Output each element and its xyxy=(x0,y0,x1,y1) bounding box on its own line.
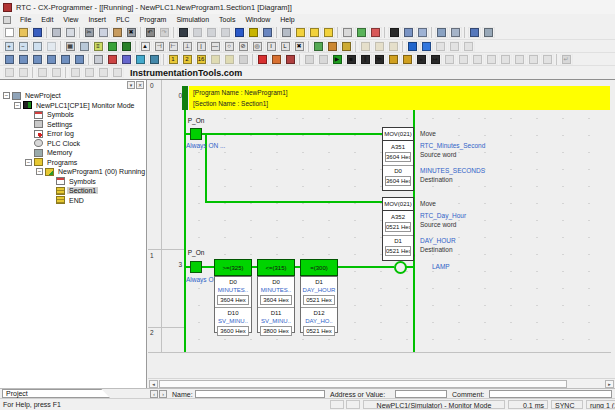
sim-step-in-button[interactable] xyxy=(387,54,400,65)
nav-next-button[interactable] xyxy=(97,67,110,78)
pin-panel-button[interactable]: ▾ xyxy=(127,81,135,89)
options-button[interactable] xyxy=(482,27,495,38)
rung-list-button[interactable] xyxy=(50,67,63,78)
sim-network-button[interactable] xyxy=(270,54,283,65)
tile-horizontal-button[interactable] xyxy=(17,54,30,65)
download-button[interactable] xyxy=(223,54,236,65)
zoom-100-button[interactable] xyxy=(31,41,44,52)
io-table-button[interactable] xyxy=(420,41,433,52)
cascade-button[interactable] xyxy=(3,54,16,65)
comment-1-button[interactable] xyxy=(359,41,372,52)
new-closed-contact-button[interactable]: ⊢ xyxy=(167,41,180,52)
send-changes-button[interactable] xyxy=(340,41,353,52)
tree-item-programs[interactable]: −Programs xyxy=(0,158,146,168)
tree-item-plc-clock[interactable]: PLC Clock xyxy=(0,139,146,149)
scroll-left-arrow[interactable]: ◄ xyxy=(149,380,158,388)
auto-online-button[interactable] xyxy=(308,27,321,38)
tree-item-section1[interactable]: Section1 xyxy=(0,186,146,196)
indent-button[interactable] xyxy=(17,67,30,78)
online-edit-button[interactable] xyxy=(326,41,339,52)
tree-item-end[interactable]: END xyxy=(0,196,146,206)
menu-tools[interactable]: Tools xyxy=(214,16,240,23)
sim-to-end-button[interactable]: ↦ xyxy=(429,54,442,65)
undo-button[interactable]: ↶ xyxy=(144,27,157,38)
io-view-button[interactable] xyxy=(148,54,161,65)
tree-item-settings[interactable]: Settings xyxy=(0,120,146,130)
open-button[interactable] xyxy=(17,27,30,38)
select-all-button[interactable] xyxy=(280,27,293,38)
tree-item-symbols[interactable]: Symbols xyxy=(0,110,146,120)
watch-clock-button[interactable] xyxy=(233,27,246,38)
monitor-toggle-button[interactable] xyxy=(322,27,335,38)
mnemonic-view-button[interactable] xyxy=(92,54,105,65)
data-trace-button[interactable] xyxy=(462,41,475,52)
dock-7-button[interactable] xyxy=(527,54,540,65)
menu-simulation[interactable]: Simulation xyxy=(171,16,214,23)
new-closed-coil-button[interactable]: ⊘ xyxy=(237,41,250,52)
compare-instruction-2[interactable]: <=(315) xyxy=(257,259,295,276)
outdent-button[interactable] xyxy=(3,67,16,78)
tree-item-newproject[interactable]: −NewProject xyxy=(0,91,146,101)
rung-comment-button[interactable]: ≡ xyxy=(92,41,105,52)
zoom-out-button[interactable]: − xyxy=(17,41,30,52)
save-button[interactable] xyxy=(31,27,44,38)
select-tool-button[interactable]: ▲ xyxy=(139,41,152,52)
menu-file[interactable]: File xyxy=(15,16,36,23)
sim-step-over-button[interactable] xyxy=(401,54,414,65)
tile-vertical-button[interactable] xyxy=(31,54,44,65)
horizontal-scrollbar[interactable]: ◄ ► xyxy=(148,378,615,388)
contact-p-on[interactable] xyxy=(190,261,202,273)
compare-instruction-1[interactable]: >=(325) xyxy=(214,259,252,276)
tab-scroll-right-button[interactable]: › xyxy=(159,390,167,398)
monitor-hex-button[interactable] xyxy=(120,41,133,52)
io-comment-button[interactable] xyxy=(449,27,462,38)
new-contact-button[interactable]: ⊣ xyxy=(153,41,166,52)
delete-button[interactable]: ✖ xyxy=(125,27,138,38)
nav-first-button[interactable] xyxy=(69,67,82,78)
paste-button[interactable] xyxy=(111,27,124,38)
arrange-icons-button[interactable] xyxy=(45,54,58,65)
program-check-button[interactable] xyxy=(312,41,325,52)
find-report-button[interactable] xyxy=(219,27,232,38)
return-button[interactable]: ↵ xyxy=(560,54,573,65)
vertical-line-button[interactable]: | xyxy=(195,41,208,52)
new-instruction-button[interactable]: I xyxy=(265,41,278,52)
menu-insert[interactable]: Insert xyxy=(83,16,111,23)
project-tab[interactable]: Project xyxy=(2,389,110,398)
dock-3-button[interactable] xyxy=(471,54,484,65)
copy-button[interactable] xyxy=(97,27,110,38)
expand-toggle[interactable]: − xyxy=(14,102,21,109)
menu-edit[interactable]: Edit xyxy=(36,16,58,23)
scrollbar-thumb[interactable] xyxy=(159,380,567,388)
cross-reference-button[interactable] xyxy=(435,27,448,38)
monitor-1s-button[interactable]: 1 xyxy=(167,54,180,65)
menu-window[interactable]: Window xyxy=(240,16,275,23)
diagram-view-button[interactable] xyxy=(134,54,147,65)
sim-init-button[interactable] xyxy=(303,54,316,65)
name-input[interactable] xyxy=(195,390,325,398)
compare-instruction-3[interactable]: =(300) xyxy=(300,259,338,276)
zoom-in-button[interactable]: + xyxy=(3,41,16,52)
memory-view-button[interactable] xyxy=(448,41,461,52)
sim-mode-button[interactable] xyxy=(317,54,330,65)
tree-item-newplc1-cp1e-monitor-mode[interactable]: −NewPLC1[CP1E] Monitor Mode xyxy=(0,101,146,111)
help-button[interactable] xyxy=(261,27,274,38)
mov-instruction-block[interactable]: MOV(021)A3513604 HexD03604 Hex xyxy=(382,127,414,191)
plc-settings-button[interactable] xyxy=(434,41,447,52)
symbol-bar-button[interactable] xyxy=(106,41,119,52)
horizontal-line-button[interactable]: — xyxy=(209,41,222,52)
find-next-button[interactable] xyxy=(205,27,218,38)
sim-exit-button[interactable] xyxy=(284,54,297,65)
find-button[interactable] xyxy=(177,27,190,38)
expand-toggle[interactable]: − xyxy=(25,159,32,166)
transfer-from-plc-button[interactable] xyxy=(416,27,429,38)
tree-item-memory[interactable]: Memory xyxy=(0,148,146,158)
debug-mode-button[interactable] xyxy=(355,27,368,38)
dock-5-button[interactable] xyxy=(499,54,512,65)
dock-1-button[interactable] xyxy=(443,54,456,65)
mov-instruction-block[interactable]: MOV(021)A3520521 HexD10521 Hex xyxy=(382,197,414,261)
new-pb-coil-button[interactable]: ◎ xyxy=(251,41,264,52)
new-button[interactable] xyxy=(3,27,16,38)
menu-view[interactable]: View xyxy=(58,16,83,23)
zoom-fit-button[interactable] xyxy=(45,41,58,52)
